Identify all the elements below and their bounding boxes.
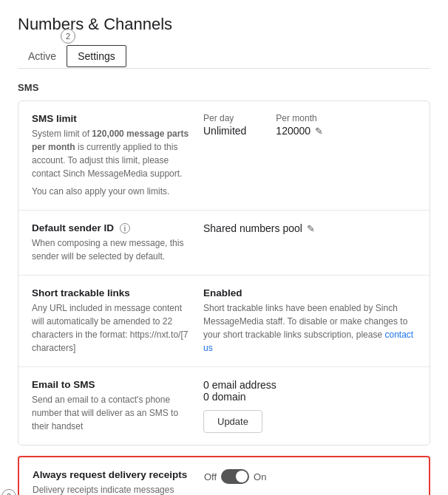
page-title: Numbers & Channels bbox=[18, 15, 430, 34]
default-sender-edit-icon[interactable]: ✎ bbox=[307, 223, 315, 234]
tab-settings-label: Settings bbox=[78, 50, 115, 62]
per-day-field: Per day Unlimited bbox=[203, 113, 246, 137]
update-button[interactable]: Update bbox=[203, 410, 262, 433]
per-month-field: Per month 120000 ✎ bbox=[276, 113, 323, 137]
tab-settings[interactable]: Settings bbox=[67, 45, 126, 67]
email-sms-desc: Send an email to a contact's phone numbe… bbox=[32, 393, 194, 433]
default-sender-label: Default sender ID i bbox=[32, 222, 194, 233]
email-sms-label: Email to SMS bbox=[32, 379, 194, 390]
per-day-value: Unlimited bbox=[203, 125, 246, 137]
tab-badge-2: 2 bbox=[61, 29, 75, 44]
default-sender-desc: When composing a new message, this sende… bbox=[32, 236, 194, 263]
sms-limit-label: SMS limit bbox=[32, 113, 194, 124]
delivery-receipts-left: Always request delivery receipts Deliver… bbox=[33, 469, 195, 495]
email-sms-right: 0 email address 0 domain Update bbox=[194, 379, 416, 433]
tab-active[interactable]: Active bbox=[18, 44, 67, 68]
per-month-label: Per month bbox=[276, 113, 323, 123]
sms-limit-fields: Per day Unlimited Per month 120000 ✎ bbox=[203, 113, 416, 137]
sms-limit-left: SMS limit System limit of 120,000 messag… bbox=[32, 113, 194, 198]
delivery-receipts-wrapper: 3 Always request delivery receipts Deliv… bbox=[18, 456, 430, 495]
delivery-receipts-desc: Delivery receipts indicate messages were… bbox=[33, 483, 195, 495]
per-month-edit-icon[interactable]: ✎ bbox=[315, 126, 323, 137]
tab-active-label: Active bbox=[28, 50, 56, 62]
default-sender-value: Shared numbers pool ✎ bbox=[203, 222, 416, 234]
short-links-row: Short trackable links Any URL included i… bbox=[18, 276, 430, 367]
sms-limit-desc: System limit of 120,000 message parts pe… bbox=[32, 127, 194, 180]
sms-limit-desc3: You can also apply your own limits. bbox=[32, 185, 194, 198]
short-links-left: Short trackable links Any URL included i… bbox=[32, 287, 194, 355]
email-count: 0 email address bbox=[203, 379, 416, 391]
short-links-desc: Any URL included in message content will… bbox=[32, 301, 194, 355]
default-sender-left: Default sender ID i When composing a new… bbox=[32, 222, 194, 263]
info-icon: i bbox=[120, 223, 130, 233]
short-links-status: Enabled bbox=[203, 287, 416, 298]
short-links-label: Short trackable links bbox=[32, 287, 194, 298]
delivery-receipts-toggle[interactable] bbox=[221, 469, 249, 484]
short-links-desc2: Short trackable links have been enabled … bbox=[203, 301, 416, 355]
default-sender-right: Shared numbers pool ✎ bbox=[194, 222, 416, 234]
tab-settings-wrapper: 2 Settings bbox=[67, 45, 126, 67]
annotation-3-badge: 3 bbox=[1, 489, 16, 495]
short-links-right: Enabled Short trackable links have been … bbox=[194, 287, 416, 355]
default-sender-label-text: Default sender ID bbox=[32, 222, 114, 233]
tabs-bar: Active 2 Settings bbox=[18, 44, 430, 69]
delivery-receipts-label: Always request delivery receipts bbox=[33, 469, 195, 480]
short-links-desc2-text: Short trackable links have been enabled … bbox=[203, 303, 407, 340]
delivery-receipts-row: 3 Always request delivery receipts Deliv… bbox=[18, 456, 430, 495]
toggle-off-label: Off bbox=[204, 471, 217, 482]
sms-limit-desc1: System limit of bbox=[32, 129, 92, 139]
default-sender-pool: Shared numbers pool bbox=[203, 222, 302, 234]
default-sender-row: Default sender ID i When composing a new… bbox=[18, 211, 430, 276]
sms-limit-row: SMS limit System limit of 120,000 messag… bbox=[18, 101, 430, 211]
toggle-on-label: On bbox=[254, 471, 266, 482]
per-day-label: Per day bbox=[203, 113, 246, 123]
toggle-container: Off On bbox=[204, 469, 266, 484]
per-month-value: 120000 ✎ bbox=[276, 125, 323, 137]
sms-limit-right: Per day Unlimited Per month 120000 ✎ bbox=[194, 113, 416, 137]
domain-count: 0 domain bbox=[203, 391, 416, 403]
email-sms-row: Email to SMS Send an email to a contact'… bbox=[18, 367, 430, 445]
per-month-number: 120000 bbox=[276, 125, 310, 137]
section-label: SMS bbox=[18, 82, 430, 93]
email-sms-left: Email to SMS Send an email to a contact'… bbox=[32, 379, 194, 433]
sms-settings-card: SMS limit System limit of 120,000 messag… bbox=[18, 100, 430, 446]
delivery-receipts-right: Off On bbox=[195, 469, 415, 484]
page-container: Numbers & Channels Active 2 Settings SMS… bbox=[0, 0, 448, 495]
